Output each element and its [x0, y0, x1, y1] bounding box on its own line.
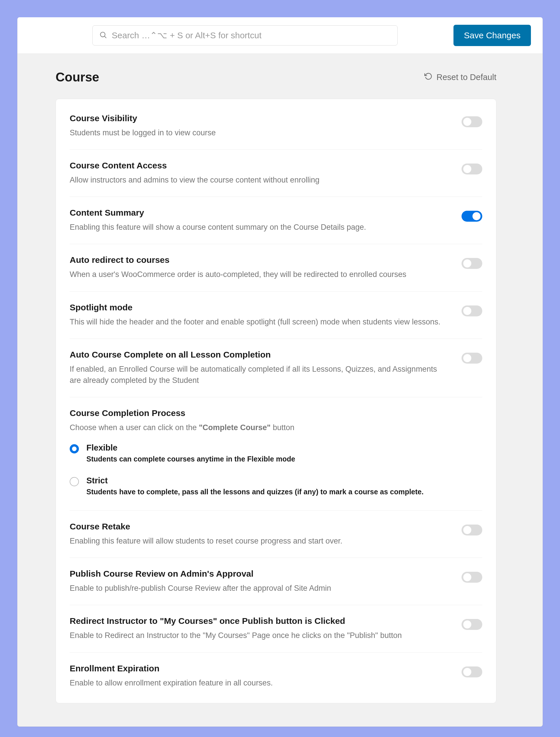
setting-title: Auto redirect to courses	[70, 255, 450, 265]
setting-spotlight: Spotlight mode This will hide the header…	[70, 292, 482, 339]
search-wrap	[29, 25, 453, 45]
radio-option-strict[interactable]: Strict Students have to complete, pass a…	[70, 476, 482, 496]
page-header: Course Reset to Default	[43, 70, 496, 84]
setting-desc: Enable to publish/re-publish Course Revi…	[70, 583, 450, 594]
setting-desc: If enabled, an Enrolled Course will be a…	[70, 364, 450, 386]
save-changes-button[interactable]: Save Changes	[453, 25, 531, 46]
toggle-enrollment-expiration[interactable]	[462, 666, 482, 677]
setting-desc: Enable to Redirect an Instructor to the …	[70, 630, 450, 641]
page-title: Course	[56, 70, 99, 84]
setting-title: Course Retake	[70, 522, 450, 531]
toggle-spotlight[interactable]	[462, 305, 482, 316]
svg-point-0	[100, 32, 105, 37]
setting-course-retake: Course Retake Enabling this feature will…	[70, 511, 482, 558]
completion-radio-group: Flexible Students can complete courses a…	[70, 443, 482, 496]
toggle-publish-review[interactable]	[462, 572, 482, 583]
setting-desc: This will hide the header and the footer…	[70, 316, 450, 328]
setting-desc: Choose when a user can click on the "Com…	[70, 422, 482, 433]
setting-course-content-access: Course Content Access Allow instructors …	[70, 150, 482, 197]
radio-indicator	[70, 444, 79, 453]
setting-completion-process: Course Completion Process Choose when a …	[70, 397, 482, 511]
radio-title: Strict	[86, 476, 424, 485]
toggle-auto-complete[interactable]	[462, 353, 482, 364]
setting-content-summary: Content Summary Enabling this feature wi…	[70, 197, 482, 244]
setting-redirect-instructor: Redirect Instructor to "My Courses" once…	[70, 605, 482, 652]
radio-sub: Students have to complete, pass all the …	[86, 488, 424, 496]
toggle-content-summary[interactable]	[462, 211, 482, 222]
search-input[interactable]	[112, 31, 391, 40]
radio-sub: Students can complete courses anytime in…	[86, 455, 295, 463]
toggle-course-retake[interactable]	[462, 525, 482, 535]
setting-title: Course Visibility	[70, 113, 450, 123]
setting-desc: Enable to allow enrollment expiration fe…	[70, 677, 450, 689]
setting-desc: Enabling this feature will allow student…	[70, 535, 450, 547]
toggle-redirect-instructor[interactable]	[462, 619, 482, 630]
setting-auto-redirect: Auto redirect to courses When a user's W…	[70, 244, 482, 291]
toggle-course-visibility[interactable]	[462, 116, 482, 127]
setting-title: Redirect Instructor to "My Courses" once…	[70, 616, 450, 626]
setting-desc: Allow instructors and admins to view the…	[70, 174, 450, 186]
content-area: Course Reset to Default Course Visibilit…	[18, 54, 542, 726]
radio-indicator	[70, 477, 79, 486]
search-box[interactable]	[92, 25, 398, 45]
reset-icon	[424, 72, 432, 82]
setting-title: Course Completion Process	[70, 408, 482, 418]
setting-title: Spotlight mode	[70, 303, 450, 312]
setting-enrollment-expiration: Enrollment Expiration Enable to allow en…	[70, 653, 482, 700]
setting-course-visibility: Course Visibility Students must be logge…	[70, 102, 482, 150]
setting-desc: Enabling this feature will show a course…	[70, 222, 450, 233]
setting-publish-review: Publish Course Review on Admin's Approva…	[70, 558, 482, 605]
search-icon	[99, 31, 107, 40]
reset-to-default-button[interactable]: Reset to Default	[424, 72, 496, 82]
settings-card: Course Visibility Students must be logge…	[56, 99, 496, 703]
setting-title: Auto Course Complete on all Lesson Compl…	[70, 350, 450, 360]
radio-option-flexible[interactable]: Flexible Students can complete courses a…	[70, 443, 482, 463]
setting-title: Publish Course Review on Admin's Approva…	[70, 569, 450, 579]
top-bar: Save Changes	[18, 17, 542, 54]
radio-title: Flexible	[86, 443, 295, 453]
setting-title: Content Summary	[70, 208, 450, 218]
setting-title: Enrollment Expiration	[70, 664, 450, 673]
svg-line-1	[105, 36, 106, 38]
setting-title: Course Content Access	[70, 161, 450, 170]
toggle-auto-redirect[interactable]	[462, 258, 482, 269]
setting-desc: When a user's WooCommerce order is auto-…	[70, 269, 450, 280]
reset-label: Reset to Default	[436, 73, 496, 82]
setting-auto-complete: Auto Course Complete on all Lesson Compl…	[70, 339, 482, 397]
toggle-course-content-access[interactable]	[462, 164, 482, 174]
setting-desc: Students must be logged in to view cours…	[70, 127, 450, 138]
app-panel: Save Changes Course Reset to Default Cou…	[17, 17, 543, 727]
